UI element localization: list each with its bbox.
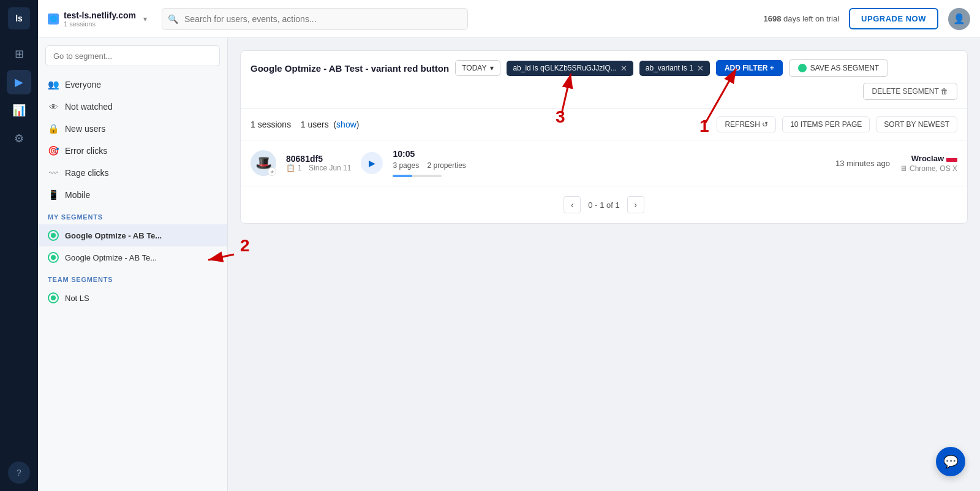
add-filter-button[interactable]: ADD FILTER + [716,60,783,76]
my-segment-label-0: Google Optmize - AB Te... [65,231,162,240]
upgrade-button[interactable]: UPGRADE NOW [849,8,938,29]
session-user-info: 80681df5 📋 1 Since Jun 11 [286,154,351,172]
segment-icon-inner-1 [51,255,56,260]
session-progress-fill [393,175,412,177]
segment-search-input[interactable] [45,45,220,66]
page-info: 0 - 1 of 1 [588,200,619,210]
site-info: test-ls.netlify.com 1 sessions [64,10,136,28]
sidebar-item-label: Rage clicks [65,168,109,178]
session-duration: 10:05 [393,149,466,159]
trial-days: 1698 [764,14,782,23]
everyone-icon: 👥 [48,79,59,90]
session-stats: 10:05 3 pages 2 properties [393,149,466,177]
user-avatar[interactable]: 👤 [948,8,970,30]
session-city: Wroclaw [911,154,957,163]
my-segment-item-0[interactable]: Google Optmize - AB Te... [38,224,227,246]
sidebar-item-everyone[interactable]: 👥 Everyone [38,74,227,96]
save-segment-label: SAVE AS SEGMENT [810,64,879,72]
filter-chip-1-label: ab_id is qGLKZb5SRuGJJzIQ... [513,64,616,72]
team-segments-label: TEAM SEGMENTS [38,268,227,287]
session-pages: 3 pages 2 properties [393,161,466,170]
sidebar-item-label: Error clicks [65,146,107,156]
team-segment-item-0[interactable]: Not LS [38,287,227,309]
sidebar-item-label: New users [65,124,105,134]
sessions-show-link[interactable]: show [336,120,356,129]
session-time-ago: 13 minutes ago [835,159,890,168]
items-per-page-button[interactable]: 10 ITEMS PER PAGE [782,116,870,132]
filter-chip-2[interactable]: ab_variant is 1 ✕ [639,61,710,76]
date-filter-chip[interactable]: TODAY ▾ [455,60,500,76]
site-name: test-ls.netlify.com [64,10,136,20]
sidebar-item-error-clicks[interactable]: 🎯 Error clicks [38,140,227,162]
session-row: 🎩 ★ 80681df5 📋 1 Since Jun 11 ▶ [241,140,967,186]
new-users-icon: 🔒 [48,123,59,134]
filter-bar: Google Optmize - AB Test - variant red b… [241,51,967,109]
session-user-id: 80681df5 [286,154,351,164]
sort-button[interactable]: SORT BY NEWEST [876,116,957,132]
content-area: Google Optmize - AB Test - variant red b… [228,38,980,491]
team-segment-icon-inner-0 [51,295,56,300]
rage-clicks-icon: 〰 [48,167,59,178]
main-container: 🌐 test-ls.netlify.com 1 sessions ▾ 🔍 169… [38,0,980,491]
session-avatar: 🎩 ★ [251,150,276,176]
nav-chart-icon[interactable]: 📊 [7,98,31,123]
app-logo[interactable]: ls [8,7,30,29]
sidebar-item-new-users[interactable]: 🔒 New users [38,118,227,140]
search-wrapper: 🔍 [162,8,468,30]
team-segment-label-0: Not LS [65,294,89,303]
delete-segment-button[interactable]: DELETE SEGMENT 🗑 [863,83,957,100]
nav-rail: ls ⊞ ▶ 📊 ⚙ ? [0,0,38,491]
segment-title: Google Optmize - AB Test - variant red b… [251,63,449,74]
session-play-button[interactable]: ▶ [361,152,383,174]
chrome-icon: 🖥 [900,164,907,173]
date-filter-label: TODAY [462,64,486,72]
filter-chip-2-remove[interactable]: ✕ [697,64,704,73]
chat-button[interactable]: 💬 [936,447,965,476]
site-sessions: 1 sessions [64,20,136,28]
session-meta-icon: 📋 [286,164,295,172]
my-segment-item-1[interactable]: Google Optmize - AB Te... [38,246,227,268]
segment-icon-inner-0 [51,233,56,238]
sessions-bar-right: REFRESH ↺ 10 ITEMS PER PAGE SORT BY NEWE… [717,116,957,132]
date-filter-chevron: ▾ [490,64,494,72]
sidebar-item-not-watched[interactable]: 👁 Not watched [38,96,227,118]
nav-video-icon[interactable]: ▶ [7,70,31,94]
not-watched-icon: 👁 [48,101,59,112]
chevron-down-icon: ▾ [143,15,147,23]
save-segment-button[interactable]: SAVE AS SEGMENT [789,59,888,77]
header-right: 1698 days left on trial UPGRADE NOW 👤 [764,8,970,30]
prev-page-button[interactable]: ‹ [564,196,581,213]
search-bar: 🔍 [162,8,749,30]
site-selector[interactable]: 🌐 test-ls.netlify.com 1 sessions ▾ [48,10,147,28]
sessions-bar: 1 sessions 1 users (show) REFRESH ↺ 10 I… [241,109,967,140]
sidebar-item-label: Mobile [65,190,90,200]
top-header: 🌐 test-ls.netlify.com 1 sessions ▾ 🔍 169… [38,0,980,38]
site-favicon: 🌐 [48,13,59,25]
sidebar-item-rage-clicks[interactable]: 〰 Rage clicks [38,162,227,184]
segment-icon-0 [48,230,59,241]
search-input[interactable] [162,8,468,30]
nav-bottom: ? [8,462,30,484]
help-icon[interactable]: ? [8,462,30,484]
next-page-button[interactable]: › [627,196,644,213]
session-avatar-badge: ★ [268,167,276,176]
session-progress-bar [393,175,442,177]
save-segment-icon [798,64,807,72]
nav-settings-icon[interactable]: ⚙ [7,126,31,151]
sidebar-item-mobile[interactable]: 📱 Mobile [38,184,227,206]
refresh-button[interactable]: REFRESH ↺ [717,116,776,132]
session-browser: 🖥 Chrome, OS X [900,164,957,173]
my-segment-label-1: Google Optmize - AB Te... [65,253,157,262]
sidebar: 👥 Everyone 👁 Not watched 🔒 New users 🎯 E… [38,38,228,491]
filter-chip-1[interactable]: ab_id is qGLKZb5SRuGJJzIQ... ✕ [507,61,633,76]
search-icon: 🔍 [168,14,178,24]
sessions-count: 1 sessions 1 users (show) [251,120,359,129]
team-segment-icon-0 [48,292,59,303]
segment-icon-1 [48,252,59,263]
session-user-meta: 📋 1 Since Jun 11 [286,164,351,172]
filter-chip-1-remove[interactable]: ✕ [620,64,627,73]
error-clicks-icon: 🎯 [48,145,59,156]
nav-grid-icon[interactable]: ⊞ [7,42,31,66]
pagination: ‹ 0 - 1 of 1 › [241,186,967,223]
content-panel: Google Optmize - AB Test - variant red b… [240,50,968,224]
